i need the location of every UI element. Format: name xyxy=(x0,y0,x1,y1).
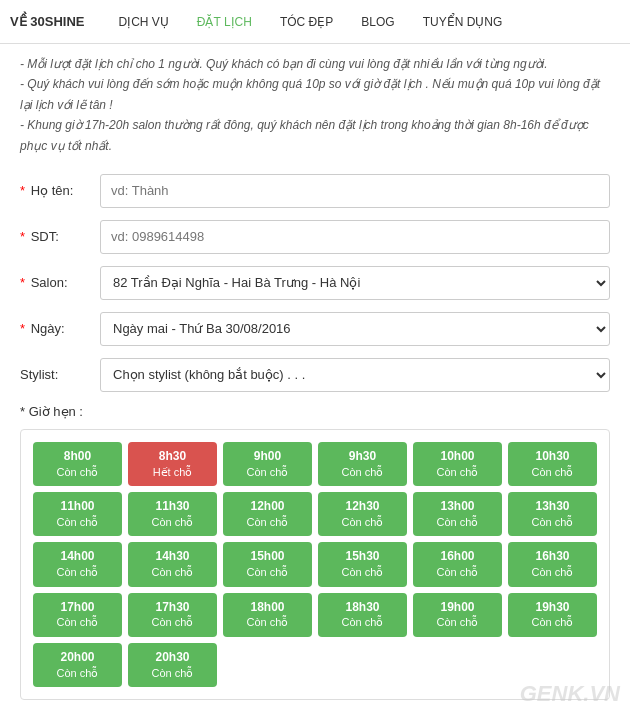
required-star-name: * xyxy=(20,183,25,198)
time-slot[interactable]: 12h30Còn chỗ xyxy=(318,492,407,536)
notice-line: - Mỗi lượt đặt lịch chỉ cho 1 người. Quý… xyxy=(20,54,610,74)
time-slot[interactable]: 14h00Còn chỗ xyxy=(33,542,122,586)
time-slot[interactable]: 11h00Còn chỗ xyxy=(33,492,122,536)
nav-item-dich-vu[interactable]: DỊCH VỤ xyxy=(104,0,182,44)
date-select[interactable]: Ngày mai - Thứ Ba 30/08/2016 xyxy=(100,312,610,346)
time-slot[interactable]: 16h30Còn chỗ xyxy=(508,542,597,586)
time-slot[interactable]: 10h30Còn chỗ xyxy=(508,442,597,486)
time-slot[interactable]: 13h30Còn chỗ xyxy=(508,492,597,536)
nav-item-dat-lich[interactable]: ĐẶT LỊCH xyxy=(183,0,266,44)
time-slot[interactable]: 18h00Còn chỗ xyxy=(223,593,312,637)
stylist-label: Stylist: xyxy=(20,367,100,382)
phone-input[interactable] xyxy=(100,220,610,254)
time-label: * Giờ hẹn : xyxy=(20,404,610,419)
time-slot[interactable]: 12h00Còn chỗ xyxy=(223,492,312,536)
phone-group: * SDT: xyxy=(20,220,610,254)
nav-item-blog[interactable]: BLOG xyxy=(347,0,408,44)
time-slot[interactable]: 15h00Còn chỗ xyxy=(223,542,312,586)
required-star-salon: * xyxy=(20,275,25,290)
time-slot[interactable]: 8h00Còn chỗ xyxy=(33,442,122,486)
time-slot[interactable]: 14h30Còn chỗ xyxy=(128,542,217,586)
date-group: * Ngày: Ngày mai - Thứ Ba 30/08/2016 xyxy=(20,312,610,346)
salon-label-text: Salon: xyxy=(31,275,68,290)
time-slot[interactable]: 17h30Còn chỗ xyxy=(128,593,217,637)
salon-group: * Salon: 82 Trần Đại Nghĩa - Hai Bà Trưn… xyxy=(20,266,610,300)
notice-text: - Mỗi lượt đặt lịch chỉ cho 1 người. Quý… xyxy=(20,54,610,156)
navbar: VỀ 30SHINE DỊCH VỤ ĐẶT LỊCH TÓC ĐẸP BLOG… xyxy=(0,0,630,44)
time-grid: 8h00Còn chỗ8h30Hết chỗ9h00Còn chỗ9h30Còn… xyxy=(33,442,597,687)
main-content: - Mỗi lượt đặt lịch chỉ cho 1 người. Quý… xyxy=(0,44,630,717)
nav-item-toc-dep[interactable]: TÓC ĐẸP xyxy=(266,0,347,44)
brand[interactable]: VỀ 30SHINE xyxy=(10,14,84,29)
time-slot[interactable]: 19h30Còn chỗ xyxy=(508,593,597,637)
time-slot[interactable]: 20h00Còn chỗ xyxy=(33,643,122,687)
time-section: * Giờ hẹn : 8h00Còn chỗ8h30Hết chỗ9h00Cò… xyxy=(20,404,610,700)
time-grid-container: 8h00Còn chỗ8h30Hết chỗ9h00Còn chỗ9h30Còn… xyxy=(20,429,610,700)
salon-select[interactable]: 82 Trần Đại Nghĩa - Hai Bà Trưng - Hà Nộ… xyxy=(100,266,610,300)
time-slot[interactable]: 8h30Hết chỗ xyxy=(128,442,217,486)
time-slot[interactable]: 9h30Còn chỗ xyxy=(318,442,407,486)
time-slot[interactable]: 16h00Còn chỗ xyxy=(413,542,502,586)
date-label: * Ngày: xyxy=(20,321,100,336)
name-label-text: Họ tên: xyxy=(31,183,74,198)
notice-line: - Quý khách vui lòng đến sớm hoặc muộn k… xyxy=(20,74,610,115)
time-slot[interactable]: 15h30Còn chỗ xyxy=(318,542,407,586)
stylist-select[interactable]: Chọn stylist (không bắt buộc) . . . xyxy=(100,358,610,392)
time-slot[interactable]: 18h30Còn chỗ xyxy=(318,593,407,637)
time-slot[interactable]: 13h00Còn chỗ xyxy=(413,492,502,536)
nav-item-tuyen-dung[interactable]: TUYỂN DỤNG xyxy=(409,0,517,44)
salon-label: * Salon: xyxy=(20,275,100,290)
date-label-text: Ngày: xyxy=(31,321,65,336)
name-group: * Họ tên: xyxy=(20,174,610,208)
phone-label-text: SDT: xyxy=(31,229,59,244)
notice-line: - Khung giờ 17h-20h salon thường rất đôn… xyxy=(20,115,610,156)
watermark: GENK.VN xyxy=(520,681,620,707)
name-label: * Họ tên: xyxy=(20,183,100,198)
stylist-label-text: Stylist: xyxy=(20,367,58,382)
time-slot[interactable]: 20h30Còn chỗ xyxy=(128,643,217,687)
stylist-group: Stylist: Chọn stylist (không bắt buộc) .… xyxy=(20,358,610,392)
nav-items: DỊCH VỤ ĐẶT LỊCH TÓC ĐẸP BLOG TUYỂN DỤNG xyxy=(104,0,620,44)
time-slot[interactable]: 11h30Còn chỗ xyxy=(128,492,217,536)
required-star-phone: * xyxy=(20,229,25,244)
time-slot[interactable]: 17h00Còn chỗ xyxy=(33,593,122,637)
name-input[interactable] xyxy=(100,174,610,208)
phone-label: * SDT: xyxy=(20,229,100,244)
time-slot[interactable]: 10h00Còn chỗ xyxy=(413,442,502,486)
required-star-date: * xyxy=(20,321,25,336)
time-slot[interactable]: 19h00Còn chỗ xyxy=(413,593,502,637)
time-slot[interactable]: 9h00Còn chỗ xyxy=(223,442,312,486)
